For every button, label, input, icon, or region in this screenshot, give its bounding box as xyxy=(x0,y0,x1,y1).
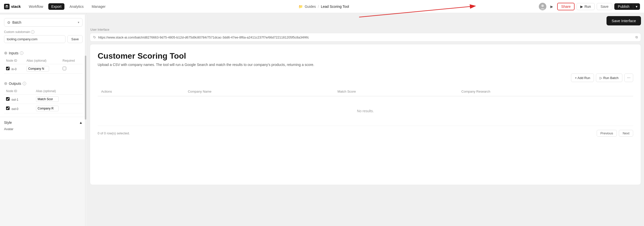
batch-icon: ⊙ xyxy=(7,20,10,24)
output-alias-field-1[interactable] xyxy=(36,96,59,102)
avatar-image xyxy=(539,3,546,10)
output-alias-cell-1 xyxy=(34,95,83,104)
inputs-header: ⊕ Inputs i xyxy=(4,51,83,55)
stack-logo-icon xyxy=(4,4,10,9)
no-results-row: No results. xyxy=(98,96,633,126)
inputs-label: Inputs xyxy=(9,51,18,55)
run-button[interactable]: ▶ Run xyxy=(577,3,595,10)
outputs-info-icon: i xyxy=(23,82,26,85)
run-batch-button[interactable]: ▷ Run Batch xyxy=(596,73,622,82)
outputs-label: Outputs xyxy=(9,82,21,86)
nav-right-actions: ▶ Share ▶ Run Save Publish ▾ xyxy=(539,3,640,10)
outputs-col-alias: Alias (optional) xyxy=(34,88,83,95)
avatar xyxy=(539,3,546,10)
table-footer: 0 of 0 row(s) selected. Previous Next xyxy=(98,127,633,140)
run-label: Run xyxy=(584,5,591,9)
output-node-id-2: out-0 xyxy=(12,107,18,111)
svg-point-2 xyxy=(541,5,544,7)
tool-description: Upload a CSV with company names. The too… xyxy=(98,62,633,67)
inputs-col-required: Required xyxy=(61,57,83,64)
save-button[interactable]: Save xyxy=(597,3,612,10)
sidebar: ⊙ Batch ▾ Custom subdomain i Save ⊕ xyxy=(0,13,87,139)
presentation-mode-button[interactable]: ▶ xyxy=(548,3,555,10)
save-interface-bar: Save Interface xyxy=(90,16,641,25)
input-checkbox[interactable] xyxy=(6,67,10,70)
output-checkbox-2[interactable] xyxy=(6,106,10,110)
input-node-id: in-0 xyxy=(12,67,17,71)
save-interface-button[interactable]: Save Interface xyxy=(607,16,641,25)
batch-label: Batch xyxy=(12,20,78,24)
nav-export[interactable]: Export xyxy=(48,3,64,10)
publish-dropdown-arrow[interactable]: ▾ xyxy=(633,5,640,9)
style-header[interactable]: Style ▲ xyxy=(4,121,83,125)
output-node-id-1: out-1 xyxy=(12,98,18,101)
pagination-buttons: Previous Next xyxy=(597,130,633,137)
breadcrumb-separator: / xyxy=(318,5,319,9)
style-label: Style xyxy=(4,121,12,125)
main-layout: ⊙ Batch ▾ Custom subdomain i Save ⊕ xyxy=(0,13,644,226)
style-section: Style ▲ Avatar xyxy=(0,117,87,134)
action-bar: + Add Run ▷ Run Batch ··· xyxy=(98,73,633,82)
subdomain-row: Save xyxy=(4,35,83,43)
output-alias-cell-2 xyxy=(34,104,83,113)
subdomain-save-button[interactable]: Save xyxy=(67,35,83,43)
outputs-section: ⊛ Outputs i Node ID Alias (optional) xyxy=(0,81,87,117)
next-button[interactable]: Next xyxy=(619,130,633,137)
tool-title: Customer Scoring Tool xyxy=(98,51,633,61)
url-bar: ↻ https://www.stack-ai.com/batch/d827666… xyxy=(90,33,641,42)
outputs-icon: ⊛ xyxy=(4,81,7,86)
logo: stack xyxy=(4,4,21,9)
nav-analytics[interactable]: Analytics xyxy=(66,3,87,10)
folder-icon: 📁 xyxy=(298,5,303,9)
subdomain-input[interactable] xyxy=(4,35,65,43)
no-results-text: No results. xyxy=(101,99,630,123)
interface-label: User Interface xyxy=(90,28,641,31)
output-checkbox-1[interactable] xyxy=(6,97,10,101)
previous-button[interactable]: Previous xyxy=(597,130,617,137)
output-checkbox-cell-1: out-1 xyxy=(4,95,34,104)
share-button[interactable]: Share xyxy=(557,3,575,10)
publish-label: Publish xyxy=(614,5,633,9)
data-table: Actions Company Name Match Score Company… xyxy=(98,87,633,126)
inputs-table: Node ID Alias (optional) Required in-0 xyxy=(4,57,83,73)
add-run-button[interactable]: + Add Run xyxy=(571,73,594,82)
url-text: https://www.stack-ai.com/batch/d8276663-… xyxy=(98,35,633,39)
col-company-name: Company Name xyxy=(184,87,334,96)
col-actions: Actions xyxy=(98,87,184,96)
more-options-button[interactable]: ··· xyxy=(624,73,633,82)
page-title: Lead Scoring Tool xyxy=(321,5,349,9)
style-collapse-icon: ▲ xyxy=(79,121,83,125)
nav-workflow[interactable]: Workflow xyxy=(26,3,46,10)
batch-selector[interactable]: ⊙ Batch ▾ xyxy=(4,18,83,27)
batch-chevron-icon: ▾ xyxy=(78,21,79,24)
inputs-col-nodeid: Node ID xyxy=(4,57,24,64)
nav-manager[interactable]: Manager xyxy=(89,3,108,10)
refresh-icon[interactable]: ↻ xyxy=(93,35,96,39)
breadcrumb: 📁 Guides / Lead Scoring Tool xyxy=(110,5,537,9)
inputs-icon: ⊕ xyxy=(4,51,7,55)
row-count: 0 of 0 row(s) selected. xyxy=(98,131,130,135)
publish-button[interactable]: Publish ▾ xyxy=(614,3,640,10)
output-alias-field-2[interactable] xyxy=(36,106,59,111)
copy-icon[interactable]: ⧉ xyxy=(635,35,638,39)
col-match-score: Match Score xyxy=(334,87,458,96)
input-required-checkbox[interactable] xyxy=(63,67,66,70)
output-checkbox-cell-2: out-0 xyxy=(4,104,34,113)
custom-subdomain-label: Custom subdomain i xyxy=(4,30,83,34)
inputs-section: ⊕ Inputs i Node ID Alias (optional) Requ… xyxy=(0,51,87,77)
input-checkbox-cell: in-0 xyxy=(4,64,24,73)
table-row: out-0 xyxy=(4,104,83,113)
table-row: in-0 xyxy=(4,64,83,73)
batch-section: ⊙ Batch ▾ Custom subdomain i Save xyxy=(0,15,87,47)
interface-card: Customer Scoring Tool Upload a CSV with … xyxy=(90,44,641,185)
input-required-cell xyxy=(61,64,83,73)
col-company-research: Company Research xyxy=(458,87,633,96)
inputs-info-icon: i xyxy=(20,51,23,55)
input-alias-cell xyxy=(24,64,60,73)
outputs-header: ⊛ Outputs i xyxy=(4,81,83,86)
content-area: Save Interface User Interface ↻ https://… xyxy=(87,13,644,226)
outputs-col-nodeid: Node ID xyxy=(4,88,34,95)
input-alias-field[interactable] xyxy=(26,66,49,71)
avatar-label: Avatar xyxy=(4,127,83,131)
scrollbar-thumb[interactable] xyxy=(85,56,86,120)
